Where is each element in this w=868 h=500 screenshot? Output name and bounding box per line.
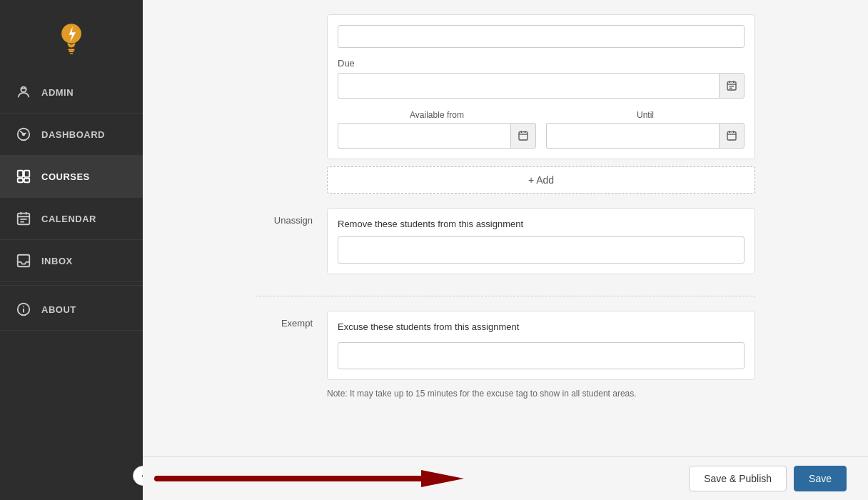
until-group: Until xyxy=(546,110,745,149)
due-date-group xyxy=(338,73,745,99)
svg-point-4 xyxy=(21,87,26,92)
until-label: Until xyxy=(546,110,745,120)
sidebar-item-about-label: ABOUT xyxy=(41,304,76,315)
exempt-section: Exempt Excuse these students from this a… xyxy=(256,311,755,400)
nav-divider xyxy=(0,285,143,286)
spark-logo xyxy=(53,20,90,57)
bottom-bar: Save & Publish Save xyxy=(143,456,868,500)
due-label: Due xyxy=(338,58,745,69)
save-publish-button[interactable]: Save & Publish xyxy=(689,466,787,491)
exempt-card: Excuse these students from this assignme… xyxy=(327,311,755,380)
sidebar-item-dashboard-label: DASHBOARD xyxy=(41,129,105,140)
sidebar-item-about[interactable]: ABOUT xyxy=(0,289,143,331)
exempt-label: Exempt xyxy=(256,311,327,400)
available-row: Available from xyxy=(338,110,745,149)
sidebar: ADMIN DASHBOARD COURSES xyxy=(0,0,143,500)
due-section: Due xyxy=(338,58,745,99)
calendar-icon xyxy=(16,211,31,226)
svg-point-21 xyxy=(23,306,24,307)
available-from-calendar-button[interactable] xyxy=(510,123,536,149)
svg-point-7 xyxy=(23,134,25,136)
unassign-input[interactable] xyxy=(338,236,745,264)
svg-rect-28 xyxy=(519,132,528,140)
annotation-arrow xyxy=(150,457,464,493)
sidebar-item-inbox-label: INBOX xyxy=(41,256,73,266)
svg-rect-8 xyxy=(18,171,23,177)
available-from-input[interactable] xyxy=(338,123,510,149)
calendar-icon-until xyxy=(726,130,737,141)
sidebar-item-courses[interactable]: COURSES xyxy=(0,156,143,198)
unassign-section: Unassign Remove these students from this… xyxy=(256,208,755,274)
due-card: Due xyxy=(327,14,755,159)
svg-rect-32 xyxy=(727,132,736,140)
available-from-group: Available from xyxy=(338,110,536,149)
exempt-input[interactable] xyxy=(338,342,745,369)
main-content: Due xyxy=(143,0,868,500)
about-icon xyxy=(16,301,31,317)
until-input[interactable] xyxy=(546,123,719,149)
inbox-icon xyxy=(16,253,31,269)
save-button[interactable]: Save xyxy=(794,466,847,491)
dashboard-icon xyxy=(16,126,31,142)
sidebar-item-admin[interactable]: ADMIN xyxy=(0,71,143,114)
due-calendar-button[interactable] xyxy=(719,73,745,99)
until-calendar-button[interactable] xyxy=(719,123,745,149)
sidebar-item-calendar-label: CALENDAR xyxy=(41,214,96,224)
available-from-label: Available from xyxy=(338,110,536,120)
sidebar-item-admin-label: ADMIN xyxy=(41,87,74,98)
unassign-card: Remove these students from this assignme… xyxy=(327,208,755,274)
unassign-content: Remove these students from this assignme… xyxy=(327,208,755,274)
assignment-name-input[interactable] xyxy=(338,25,745,48)
exempt-card-label: Excuse these students from this assignme… xyxy=(338,321,745,332)
due-date-input[interactable] xyxy=(338,73,719,99)
exempt-note: Note: It may take up to 15 minutes for t… xyxy=(327,387,755,400)
available-from-input-group xyxy=(338,123,536,149)
content-inner: Due xyxy=(234,0,777,436)
svg-marker-37 xyxy=(421,470,464,487)
calendar-icon-avail xyxy=(518,130,529,141)
add-button-container: + Add xyxy=(327,166,755,194)
sidebar-item-courses-label: COURSES xyxy=(41,171,90,182)
sidebar-item-calendar[interactable]: CALENDAR xyxy=(0,198,143,240)
until-input-group xyxy=(546,123,745,149)
svg-rect-9 xyxy=(24,171,29,177)
sidebar-item-dashboard[interactable]: DASHBOARD xyxy=(0,114,143,156)
exempt-content: Excuse these students from this assignme… xyxy=(327,311,755,400)
svg-rect-11 xyxy=(24,179,29,183)
sidebar-nav: ADMIN DASHBOARD COURSES xyxy=(0,71,143,500)
sidebar-item-inbox[interactable]: INBOX xyxy=(0,240,143,282)
courses-icon xyxy=(16,169,31,184)
section-divider xyxy=(256,296,755,296)
svg-rect-10 xyxy=(18,179,23,183)
admin-icon xyxy=(16,84,31,100)
unassign-card-label: Remove these students from this assignme… xyxy=(338,219,745,229)
logo-area xyxy=(0,0,143,71)
calendar-icon xyxy=(726,80,737,91)
svg-rect-18 xyxy=(18,255,30,267)
add-button[interactable]: + Add xyxy=(327,166,755,194)
unassign-label: Unassign xyxy=(256,208,327,274)
